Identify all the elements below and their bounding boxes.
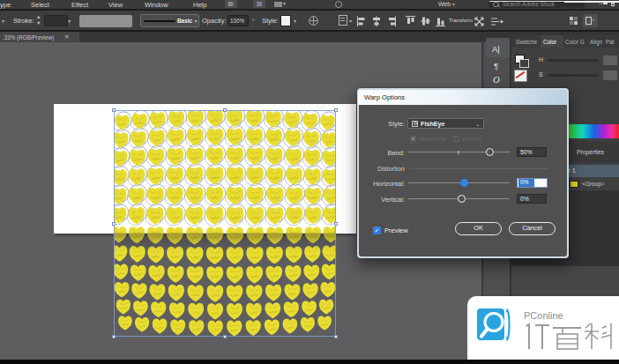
- svg-text:PConline: PConline: [524, 310, 563, 321]
